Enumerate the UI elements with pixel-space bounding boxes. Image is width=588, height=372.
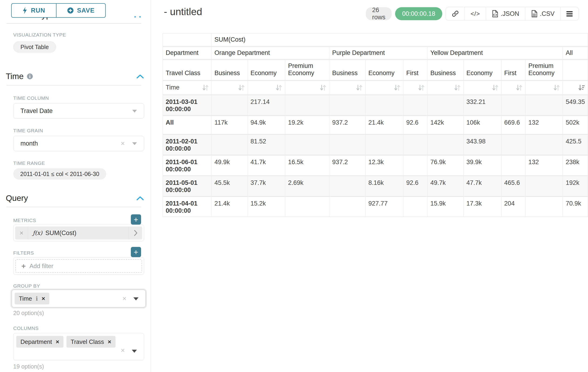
value-cell: 927.77 bbox=[366, 196, 403, 217]
metric-value: SUM(Cost) bbox=[45, 230, 76, 237]
column-sort-header[interactable] bbox=[427, 80, 463, 95]
remove-tag-icon[interactable]: × bbox=[42, 295, 45, 302]
corner-cell bbox=[163, 33, 212, 46]
column-group-header: Purple Department bbox=[329, 46, 428, 60]
view-query-button[interactable]: </> bbox=[465, 7, 486, 20]
lightning-bolt-icon bbox=[22, 7, 27, 14]
collapse-query-icon[interactable] bbox=[136, 196, 144, 201]
value-cell: 937.2 bbox=[329, 155, 366, 176]
time-range-value[interactable]: 2011-01-01 ≤ col < 2011-06-30 bbox=[13, 168, 106, 180]
value-cell: 15.2k bbox=[248, 196, 285, 217]
column-sort-header[interactable] bbox=[285, 80, 329, 95]
row-count-badge: 26 rows bbox=[366, 7, 392, 20]
value-cell: 669.6 bbox=[501, 116, 525, 134]
remove-metric-icon[interactable]: × bbox=[15, 226, 28, 239]
sub-column-header: Premium Economy bbox=[285, 60, 329, 80]
filters-label: FILTERS bbox=[13, 250, 34, 256]
column-sort-header[interactable] bbox=[211, 80, 248, 95]
time-range-label: TIME RANGE bbox=[13, 160, 45, 166]
sort-icon[interactable] bbox=[356, 84, 363, 91]
sort-icon[interactable] bbox=[320, 84, 326, 91]
query-section-header[interactable]: Query bbox=[6, 193, 28, 203]
export-csv-button[interactable]: .CSV bbox=[525, 7, 560, 20]
chevron-down-icon[interactable] bbox=[133, 297, 138, 300]
chevron-down-icon[interactable] bbox=[132, 350, 137, 353]
chevron-down-icon bbox=[132, 110, 137, 113]
add-metric-button[interactable]: + bbox=[131, 214, 141, 225]
column-sort-header[interactable] bbox=[501, 80, 525, 95]
selected-tag[interactable]: Timei× bbox=[15, 293, 49, 304]
add-filter-plus-button[interactable]: + bbox=[131, 247, 141, 257]
row-dimension-sort-header[interactable]: Time bbox=[163, 80, 212, 95]
export-json-button[interactable]: .JSON bbox=[486, 7, 525, 20]
column-sort-header[interactable] bbox=[463, 80, 501, 95]
columns-select[interactable]: Department×Travel Class× × bbox=[13, 333, 144, 360]
remove-tag-icon[interactable]: × bbox=[56, 338, 59, 345]
time-column-label: TIME COLUMN bbox=[13, 95, 49, 101]
chart-title[interactable]: - untitled bbox=[164, 6, 202, 17]
fx-icon: ƒ(x) bbox=[33, 230, 42, 236]
value-cell bbox=[403, 134, 427, 155]
selected-tag[interactable]: Travel Class× bbox=[66, 336, 116, 348]
sort-icon[interactable] bbox=[394, 84, 400, 91]
save-button[interactable]: SAVE bbox=[56, 3, 106, 18]
sort-descending-icon[interactable] bbox=[578, 84, 585, 91]
sort-icon[interactable] bbox=[202, 84, 209, 91]
divider bbox=[7, 207, 141, 207]
group-by-select[interactable]: Timei× × bbox=[12, 290, 146, 307]
query-timer-badge: 00:00:00.18 bbox=[395, 7, 442, 20]
column-sort-header[interactable] bbox=[403, 80, 427, 95]
selected-tag[interactable]: Department× bbox=[16, 336, 63, 348]
pivot-table-grid: SUM(Cost)DepartmentOrange DepartmentPurp… bbox=[163, 33, 588, 217]
value-cell bbox=[285, 196, 329, 217]
time-column-select[interactable]: Travel Date bbox=[13, 103, 144, 118]
value-cell bbox=[403, 196, 427, 217]
value-cell bbox=[329, 196, 366, 217]
value-cell: 21.4k bbox=[366, 116, 403, 134]
sort-icon[interactable] bbox=[238, 84, 245, 91]
value-cell bbox=[329, 95, 366, 116]
time-grain-select[interactable]: month × bbox=[13, 136, 144, 151]
sort-icon[interactable] bbox=[276, 84, 282, 91]
value-cell: 204 bbox=[501, 196, 525, 217]
sort-icon[interactable] bbox=[454, 84, 461, 91]
sort-icon[interactable] bbox=[418, 84, 425, 91]
chart-type-collapse-icon[interactable] bbox=[134, 16, 141, 17]
value-cell bbox=[525, 196, 563, 217]
value-cell bbox=[285, 134, 329, 155]
share-link-button[interactable] bbox=[446, 7, 465, 20]
clear-icon[interactable]: × bbox=[122, 295, 126, 302]
add-filter-button[interactable]: + Add filter bbox=[15, 259, 142, 273]
column-sort-header[interactable] bbox=[366, 80, 403, 95]
sub-column-header: First bbox=[403, 60, 427, 80]
row-header: 2011-05-01 00:00:00 bbox=[163, 176, 212, 196]
metric-header: SUM(Cost) bbox=[211, 33, 588, 46]
value-cell: 81.52 bbox=[248, 134, 285, 155]
expand-metric-icon[interactable] bbox=[129, 226, 142, 239]
value-cell: 549.35 bbox=[563, 95, 588, 116]
column-sort-header[interactable] bbox=[525, 80, 563, 95]
sort-icon[interactable] bbox=[553, 84, 560, 91]
column-sort-header[interactable] bbox=[329, 80, 366, 95]
clear-icon[interactable]: × bbox=[121, 347, 125, 354]
query-actions: RUN SAVE bbox=[11, 3, 106, 18]
value-cell: 238k bbox=[563, 155, 588, 176]
remove-tag-icon[interactable]: × bbox=[108, 338, 111, 345]
time-section-header[interactable]: Time bbox=[6, 72, 33, 81]
run-button[interactable]: RUN bbox=[11, 3, 56, 18]
metric-pill[interactable]: × ƒ(x) SUM(Cost) bbox=[15, 226, 142, 239]
chevron-down-icon bbox=[132, 142, 137, 145]
value-cell: 2.69k bbox=[285, 176, 329, 196]
column-group-header: Yellow Department bbox=[427, 46, 563, 60]
more-options-button[interactable] bbox=[560, 7, 578, 20]
row-header: 2011-02-01 00:00:00 bbox=[163, 134, 212, 155]
clear-icon[interactable]: × bbox=[121, 140, 125, 147]
collapse-time-icon[interactable] bbox=[136, 74, 144, 79]
sub-column-header bbox=[563, 60, 588, 80]
sort-icon[interactable] bbox=[492, 84, 499, 91]
column-sorted-header[interactable] bbox=[563, 80, 588, 95]
sort-icon[interactable] bbox=[516, 84, 523, 91]
column-sort-header[interactable] bbox=[248, 80, 285, 95]
table-row: All117k94.9k19.2k937.221.4k92.6142k106k6… bbox=[163, 116, 588, 134]
visualization-type-value[interactable]: Pivot Table bbox=[13, 41, 56, 53]
